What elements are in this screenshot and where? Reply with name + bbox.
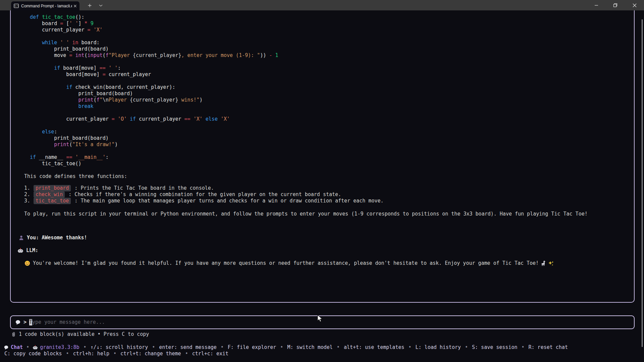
key-hint: C: copy code blocks [4, 351, 62, 357]
function-list: 1.print_board : Prints the Tic Tac Toe b… [24, 185, 384, 204]
model-name: granite3.3:8b [40, 344, 79, 351]
model-robot-icon [33, 345, 38, 350]
inline-code-chip: print_board [34, 185, 71, 191]
tab-dropdown-icon[interactable] [97, 2, 105, 9]
keybar-line-1: Chat • granite3.3:8b •↑/↓: scroll histor… [4, 344, 568, 351]
key-hint: S: save session [472, 344, 517, 351]
key-hint: F: file explorer [228, 344, 276, 351]
key-hint: ctrl+t: change theme [120, 351, 181, 357]
mode-label: Chat [11, 344, 23, 351]
smiley-emoji-icon [24, 260, 30, 266]
inline-code-chip: check_win [34, 191, 65, 198]
new-tab-button[interactable] [86, 2, 93, 9]
user-label: You: [27, 235, 39, 241]
keybar-line-2: C: copy code blocks•ctrl+h: help•ctrl+t:… [4, 351, 228, 357]
separator-dot: • [26, 344, 29, 351]
keybar-hints-2: C: copy code blocks•ctrl+h: help•ctrl+t:… [4, 351, 228, 357]
chat-balloon-icon [4, 345, 9, 350]
llm-response-text: You're welcome! I'm glad you found it he… [33, 260, 539, 266]
key-hint: alt+t: use templates [344, 344, 405, 351]
scrollbar-thumb[interactable] [642, 19, 643, 347]
function-list-item: 3.tic_tac_toe : The main game loop that … [24, 198, 384, 204]
code-block-status-text: 1 code block(s) available • Press C to c… [19, 331, 149, 338]
input-prompt-chevron: > [23, 319, 26, 325]
inline-code-chip: tic_tac_toe [34, 198, 71, 204]
key-hint: enter: send message [159, 344, 217, 351]
user-message-row: You: AWesome thanks! [18, 235, 87, 241]
key-hint: R: reset chat [529, 344, 568, 351]
llm-response-row: You're welcome! I'm glad you found it he… [24, 260, 554, 266]
robot-icon [17, 248, 23, 253]
text-cursor: T [29, 319, 32, 325]
close-button[interactable] [625, 0, 644, 10]
key-hint: ctrl+h: help [73, 351, 109, 357]
mouse-cursor [317, 315, 324, 322]
key-hint: M: switch model [287, 344, 332, 351]
llm-label: LLM: [26, 247, 38, 254]
explanation-outro: To play, run this script in your termina… [24, 211, 588, 217]
user-message-text: AWesome thanks! [42, 235, 87, 241]
key-hint: ↑/↓: scroll history [91, 344, 148, 351]
terminal-tab[interactable]: C:\ Command Prompt - lamacli.e: [11, 1, 79, 10]
speech-balloon-icon [15, 320, 21, 325]
restore-button[interactable] [606, 0, 625, 10]
input-placeholder: ype your message here... [32, 319, 105, 325]
llm-message-row: LLM: [17, 247, 38, 254]
paperclip-icon [11, 331, 16, 338]
minimize-button[interactable] [587, 0, 606, 10]
tab-close-icon[interactable] [73, 4, 77, 8]
code-block: def tic_tac_toe(): board = [' '] * 9 cur… [30, 14, 278, 167]
explanation-intro: This code defines three functions: [24, 173, 127, 180]
llama-emoji-icon [541, 260, 547, 266]
window-controls [587, 0, 644, 10]
tab-title: Command Prompt - lamacli.e: [21, 4, 72, 8]
title-bar: C:\ Command Prompt - lamacli.e: [0, 0, 644, 10]
svg-text:C:\: C:\ [15, 5, 19, 7]
cmd-prompt-icon: C:\ [14, 3, 19, 8]
keybar-hints-1: •↑/↓: scroll history•enter: send message… [79, 344, 568, 351]
code-block-status-row: 1 code block(s) available • Press C to c… [11, 331, 149, 338]
terminal-content: def tic_tac_toe(): board = [' '] * 9 cur… [0, 10, 644, 362]
function-list-item: 2.check_win : Checks if there's a winnin… [24, 191, 384, 198]
key-hint: L: load history [416, 344, 461, 351]
key-hint: ctrl+c: exit [192, 351, 228, 357]
windows-terminal-window: C:\ Command Prompt - lamacli.e: [0, 0, 644, 362]
person-icon [18, 235, 24, 241]
sparkles-emoji-icon [548, 260, 554, 266]
function-list-item: 1.print_board : Prints the Tic Tac Toe b… [24, 185, 384, 191]
